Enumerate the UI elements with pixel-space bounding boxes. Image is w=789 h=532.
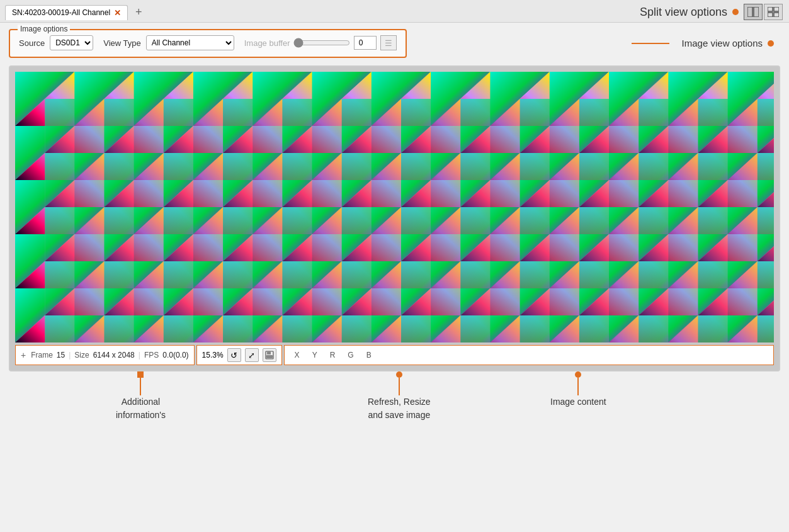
frame-value: 15 [57, 351, 65, 359]
svg-rect-1 [754, 7, 759, 17]
b-label: B [366, 351, 372, 359]
additional-info-dot [137, 371, 144, 378]
source-label: Source [19, 38, 45, 48]
split-view-button-2[interactable] [764, 4, 783, 20]
size-label: Size [74, 351, 89, 359]
image-options-panel: Image options Source DS0D1 DS0D2 View Ty… [9, 29, 407, 58]
svg-rect-0 [747, 7, 752, 17]
refresh-icon: ↺ [230, 351, 237, 360]
refresh-button[interactable]: ↺ [227, 348, 241, 362]
adjust-button[interactable]: ☰ [380, 35, 397, 50]
image-buffer-section: Image buffer ☰ [244, 35, 397, 50]
status-coords-segment: X Y R G B [284, 345, 774, 365]
image-canvas [15, 72, 774, 342]
source-select[interactable]: DS0D1 DS0D2 [50, 35, 93, 50]
zoom-value: 15.3% [202, 351, 224, 359]
image-content-text: Image content [550, 395, 606, 409]
tab-bar: SN:40203-00019-All Channel ✕ + Split vie… [0, 0, 789, 23]
save-icon [265, 351, 274, 359]
panel-legend: Image options [18, 25, 70, 33]
svg-rect-4 [768, 13, 773, 17]
view-type-select[interactable]: All Channel Channel 1 Channel 2 Channel … [146, 35, 234, 50]
split-view-label: Split view options [640, 6, 727, 19]
view-type-row: View Type All Channel Channel 1 Channel … [103, 35, 234, 50]
svg-rect-10 [45, 99, 774, 342]
r-label: R [330, 351, 336, 359]
split-view-arrow-dot [732, 9, 739, 15]
adjust-icon: ☰ [385, 38, 392, 48]
frame-label: Frame [31, 351, 53, 359]
g-label: G [348, 351, 353, 359]
bottom-annotations: Additionalinformation's Refresh, Resizea… [9, 371, 780, 441]
status-zoom-segment: 15.3% ↺ ⤢ [196, 345, 282, 365]
svg-rect-13 [266, 355, 273, 358]
additional-info-annotation: Additionalinformation's [116, 371, 166, 422]
tab-close-button[interactable]: ✕ [114, 8, 121, 18]
frame-plus-icon: + [21, 350, 26, 360]
svg-rect-5 [774, 13, 779, 17]
source-row: Source DS0D1 DS0D2 [19, 35, 93, 50]
svg-rect-2 [768, 7, 773, 11]
x-label: X [295, 351, 300, 359]
image-content-annotation: Image content [550, 371, 606, 409]
pattern-image [15, 72, 774, 342]
save-image-button[interactable] [263, 348, 276, 362]
split-btn-group [744, 4, 783, 20]
svg-rect-3 [774, 7, 779, 11]
main-content: Image options Source DS0D1 DS0D2 View Ty… [0, 23, 789, 447]
size-value: 6144 x 2048 [93, 351, 135, 359]
split-view-button-1[interactable] [744, 4, 763, 20]
image-view-options-dot [768, 40, 774, 47]
view-type-label: View Type [103, 38, 141, 48]
fps-label: FPS [144, 351, 159, 359]
status-frame-segment: + Frame 15 | Size 6144 x 2048 | FPS 0.0(… [15, 345, 195, 365]
add-tab-button[interactable]: + [132, 6, 146, 19]
resize-button[interactable]: ⤢ [245, 348, 259, 362]
fps-value: 0.0(0.0) [162, 351, 188, 359]
split-grid-icon [768, 7, 779, 17]
svg-rect-12 [267, 351, 271, 354]
image-viewer-container: + Frame 15 | Size 6144 x 2048 | FPS 0.0(… [9, 65, 780, 371]
tab-title: SN:40203-00019-All Channel [12, 8, 110, 17]
options-wrapper: Image options Source DS0D1 DS0D2 View Ty… [9, 29, 780, 65]
image-buffer-label: Image buffer [244, 38, 290, 48]
y-label: Y [312, 351, 317, 359]
status-bar: + Frame 15 | Size 6144 x 2048 | FPS 0.0(… [15, 345, 774, 365]
additional-info-line [140, 378, 141, 395]
split-vertical-icon [747, 7, 759, 17]
resize-icon: ⤢ [248, 351, 255, 360]
image-view-options-annotation: Image view options [682, 38, 774, 48]
buffer-spinbox[interactable] [354, 36, 377, 50]
image-view-options-label: Image view options [682, 38, 763, 48]
split-view-section: Split view options [640, 4, 783, 20]
buffer-slider[interactable] [293, 38, 350, 48]
main-tab[interactable]: SN:40203-00019-All Channel ✕ [5, 5, 128, 20]
refresh-resize-save-text: Refresh, Resizeand save image [368, 395, 431, 422]
refresh-resize-save-annotation: Refresh, Resizeand save image [368, 371, 431, 422]
arrow-line-options [632, 43, 669, 44]
additional-info-text: Additionalinformation's [116, 395, 166, 422]
